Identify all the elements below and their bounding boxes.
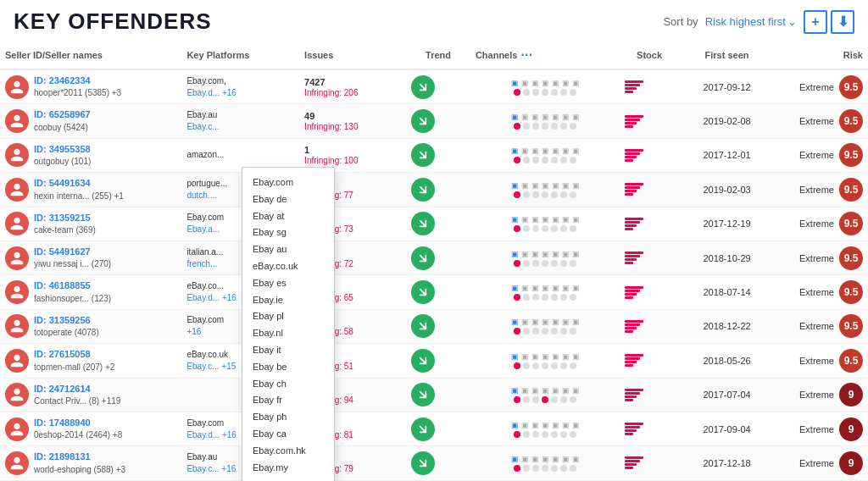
risk-cell: Extreme 9.5	[775, 69, 868, 104]
col-header-stock: Stock	[620, 41, 678, 69]
platform-option[interactable]: Ebay de	[253, 191, 324, 208]
channel-dot	[532, 225, 539, 232]
table-row[interactable]: ID: 54491627 yiwu nessaj i... (270) ital…	[0, 240, 868, 274]
platform-option[interactable]: Ebay au	[253, 241, 324, 258]
avatar	[5, 314, 29, 338]
platform-option[interactable]: Ebay ph	[253, 409, 324, 426]
download-button[interactable]: ⬇	[831, 10, 854, 34]
table-row[interactable]: ID: 27615058 topmen-mall (207) +2 eBay.c…	[0, 344, 868, 378]
risk-score-badge: 9.5	[839, 75, 863, 99]
risk-score-badge: 9.5	[839, 212, 863, 235]
channel-dot	[532, 431, 539, 438]
table-row[interactable]: ID: 34955358 outgobuy (101) amazon...1In…	[0, 138, 868, 172]
trend-cell	[406, 173, 470, 207]
seller-id[interactable]: ID: 54491634	[34, 177, 124, 190]
table-row[interactable]: ID: 24712614 Contact Priv... (8) +119 20…	[0, 378, 868, 412]
platform-option[interactable]: Ebay.nl	[253, 325, 324, 342]
risk-score-badge: 9.5	[839, 178, 863, 202]
risk-label: Extreme	[799, 356, 834, 366]
seller-name: coobuy (5424)	[34, 122, 91, 134]
seller-id[interactable]: ID: 27615058	[34, 348, 114, 361]
trend-cell	[406, 446, 470, 480]
platform-option[interactable]: eBay.co.uk	[253, 258, 324, 275]
trend-down-icon	[411, 349, 435, 373]
channels-more-icon[interactable]: ⋯	[520, 48, 532, 62]
platform-option[interactable]: Ebay.my	[253, 460, 324, 477]
platform-option[interactable]: Ebay.ie	[253, 292, 324, 309]
channel-dot	[532, 465, 539, 472]
seller-cell: ID: 21898131 world-eshoping (588) +3	[0, 446, 181, 480]
table-row[interactable]: ID: 54491634 hexin interna... (255) +1 p…	[0, 173, 868, 207]
trend-cell	[406, 378, 470, 412]
channel-dot	[514, 225, 520, 232]
first-seen-cell: 2018-07-14	[679, 275, 776, 309]
stock-bar	[625, 115, 673, 128]
platform-option[interactable]: Ebay ch	[253, 376, 324, 393]
seller-cell: ID: 31359215 cake-team (369)	[0, 207, 181, 240]
sort-dropdown[interactable]: Risk highest first ⌄	[705, 15, 797, 28]
platform-option[interactable]: Ebay be	[253, 359, 324, 376]
risk-score-badge: 9.5	[839, 246, 863, 270]
channel-dot	[542, 225, 548, 232]
seller-id[interactable]: ID: 31359215	[34, 212, 96, 224]
seller-id[interactable]: ID: 17488940	[34, 417, 122, 429]
seller-cell: ID: 54491627 yiwu nessaj i... (270)	[0, 240, 181, 274]
risk-label: Extreme	[799, 218, 834, 229]
first-seen-cell: 2017-12-18	[679, 446, 776, 480]
seller-id[interactable]: ID: 21898131	[34, 451, 125, 463]
risk-cell: Extreme 9.5	[775, 104, 868, 138]
platform-option[interactable]: Ebay fr	[253, 392, 324, 409]
channels-cell: ▣▣▣▣▣▣▣	[470, 412, 620, 445]
add-button[interactable]: +	[804, 10, 827, 34]
channel-dot	[551, 225, 558, 232]
seller-cell: ID: 24712614 Contact Priv... (8) +119	[0, 378, 181, 412]
channel-dot	[523, 191, 530, 198]
channel-dot	[560, 294, 567, 301]
platform-option[interactable]: Ebay es	[253, 275, 324, 292]
table-row[interactable]: ID: 21898131 world-eshoping (588) +3 Eba…	[0, 446, 868, 480]
platform-option[interactable]: Ebay pl	[253, 308, 324, 325]
stock-bar	[625, 456, 673, 469]
channel-dot	[514, 89, 520, 96]
table-row[interactable]: ID: 17488940 0eshop-2014 (2464) +8 Ebay.…	[0, 412, 868, 445]
seller-id[interactable]: ID: 23462334	[34, 75, 121, 87]
platform-option[interactable]: Ebay.com	[253, 174, 324, 191]
channel-dot	[560, 431, 567, 438]
channel-dot	[523, 294, 530, 301]
seller-name: fashionsuper... (123)	[34, 293, 111, 305]
first-seen-cell: 2017-09-12	[679, 69, 776, 104]
platform-option[interactable]: Ebay.com.hk	[253, 443, 324, 460]
stock-bar	[625, 389, 673, 401]
table-row[interactable]: ID: 23462334 hooper*2011 (5385) +3 Ebay.…	[0, 69, 868, 104]
channels-cell: ▣▣▣▣▣▣▣	[470, 69, 620, 104]
avatar	[5, 383, 29, 406]
table-row[interactable]: ID: 31359215 cake-team (369) Ebay.comEba…	[0, 207, 868, 240]
table-row[interactable]: ID: 46188855 fashionsuper... (123) eBay.…	[0, 275, 868, 309]
risk-score-badge: 9	[839, 451, 863, 475]
seller-id[interactable]: ID: 65258967	[34, 108, 91, 121]
seller-id[interactable]: ID: 54491627	[34, 246, 111, 258]
seller-id[interactable]: ID: 46188855	[34, 279, 111, 292]
platform-option[interactable]: Ebay sg	[253, 224, 324, 241]
table-row[interactable]: ID: 65258967 coobuy (5424) Ebay.auEbay.c…	[0, 104, 868, 138]
seller-id[interactable]: ID: 24712614	[34, 383, 120, 395]
channel-dot	[570, 123, 576, 130]
seller-id[interactable]: ID: 31359256	[34, 314, 99, 327]
table-row[interactable]: ID: 31359256 totoperate (4078) Ebay.com+…	[0, 309, 868, 343]
channel-dot	[532, 294, 539, 301]
risk-cell: Extreme 9	[775, 412, 868, 445]
risk-score-badge: 9.5	[839, 143, 863, 167]
channel-dot	[570, 362, 576, 369]
seller-id[interactable]: ID: 34955358	[34, 143, 91, 156]
issues-cell: 49Infringing: 130	[299, 104, 406, 138]
platform-option[interactable]: Ebay it	[253, 342, 324, 359]
channel-dot	[570, 89, 576, 96]
seller-name: topmen-mall (207) +2	[34, 362, 114, 373]
seller-name: cake-team (369)	[34, 224, 96, 236]
platform-option[interactable]: Ebay at	[253, 208, 324, 225]
channel-dot	[532, 157, 539, 163]
avatar	[5, 451, 29, 475]
channels-cell: ▣▣▣▣▣▣▣	[470, 240, 620, 274]
trend-cell	[406, 240, 470, 274]
platform-option[interactable]: Ebay ca	[253, 426, 324, 443]
